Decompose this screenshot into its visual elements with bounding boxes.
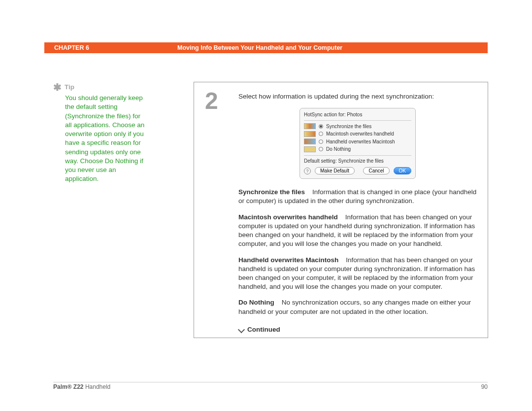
step-number: 2 (205, 89, 227, 334)
footer-divider (53, 382, 488, 382)
description-do-nothing: Do Nothing No synchronization occurs, so… (238, 298, 477, 316)
sync-files-icon (304, 123, 316, 129)
continued-arrow-icon (238, 327, 244, 333)
tip-sidebar: ✱ Tip You should generally keep the defa… (53, 83, 147, 183)
asterisk-icon: ✱ (53, 84, 62, 90)
radio-icon[interactable] (319, 132, 323, 136)
option-label: Synchronize the files (326, 123, 371, 130)
option-label: Do Nothing (326, 146, 351, 153)
make-default-button[interactable]: Make Default (315, 167, 355, 174)
mac-overwrites-icon (304, 131, 316, 137)
radio-icon[interactable] (319, 147, 323, 151)
radio-icon[interactable] (319, 139, 323, 144)
page-number: 90 (481, 383, 488, 390)
description-sync-files: Synchronize the files Information that i… (238, 188, 477, 206)
term: Do Nothing (238, 299, 274, 306)
tip-body: You should generally keep the default se… (65, 94, 147, 183)
option-synchronize[interactable]: Synchronize the files (304, 123, 411, 131)
page-footer: Palm® Z22 Handheld 90 (53, 383, 488, 390)
do-nothing-icon (304, 146, 316, 152)
product-name-rest: Handheld (84, 383, 111, 390)
help-icon[interactable]: ? (304, 168, 311, 174)
step-intro-text: Select how information is updated during… (238, 92, 477, 101)
option-label: Macintosh overwrites handheld (326, 131, 394, 137)
term: Synchronize the files (238, 188, 305, 196)
ok-button[interactable]: OK (394, 167, 411, 174)
option-do-nothing[interactable]: Do Nothing (304, 145, 411, 153)
handheld-overwrites-icon (304, 138, 316, 144)
cancel-button[interactable]: Cancel (363, 167, 389, 174)
option-handheld-overwrites[interactable]: Handheld overwrites Macintosh (304, 138, 411, 146)
default-setting-label: Default setting: Synchronize the files (304, 158, 411, 165)
chapter-header: CHAPTER 6 Moving Info Between Your Handh… (44, 42, 488, 53)
description-mac-overwrites: Macintosh overwrites handheld Informatio… (238, 213, 477, 249)
product-name: Palm® Z22 Handheld (53, 383, 110, 390)
option-mac-overwrites[interactable]: Macintosh overwrites handheld (304, 130, 411, 138)
tip-heading: ✱ Tip (53, 83, 147, 92)
description-handheld-overwrites: Handheld overwrites Macintosh Informatio… (238, 256, 477, 292)
term: Handheld overwrites Macintosh (238, 256, 338, 264)
main-step-panel: 2 Select how information is updated duri… (194, 82, 488, 338)
chapter-number: CHAPTER 6 (54, 44, 177, 51)
tip-label: Tip (65, 83, 74, 92)
option-label: Handheld overwrites Macintosh (326, 138, 395, 145)
radio-checked-icon[interactable] (319, 124, 323, 129)
chapter-title: Moving Info Between Your Handheld and Yo… (177, 44, 342, 51)
hotsync-dialog: HotSync action for: Photos Synchronize t… (299, 108, 416, 179)
term: Macintosh overwrites handheld (238, 213, 338, 221)
continued-label: Continued (247, 325, 280, 334)
continued-indicator: Continued (238, 325, 477, 334)
product-name-bold: Palm® Z22 (53, 383, 84, 390)
dialog-title: HotSync action for: Photos (304, 111, 411, 118)
